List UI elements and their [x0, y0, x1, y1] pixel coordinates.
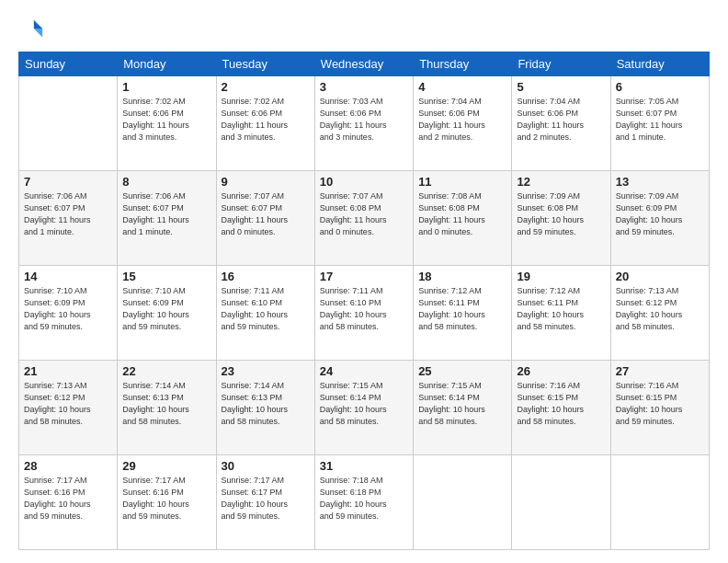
header: [18, 17, 710, 42]
day-info: Sunrise: 7:14 AM Sunset: 6:13 PM Dayligh…: [222, 380, 310, 428]
day-info: Sunrise: 7:10 AM Sunset: 6:09 PM Dayligh…: [24, 285, 112, 333]
day-info: Sunrise: 7:14 AM Sunset: 6:13 PM Dayligh…: [122, 380, 210, 428]
day-info: Sunrise: 7:07 AM Sunset: 6:07 PM Dayligh…: [222, 190, 310, 238]
calendar-cell: 5Sunrise: 7:04 AM Sunset: 6:06 PM Daylig…: [512, 76, 610, 171]
day-info: Sunrise: 7:07 AM Sunset: 6:08 PM Dayligh…: [320, 190, 408, 238]
calendar-cell: [610, 455, 709, 550]
calendar-cell: 21Sunrise: 7:13 AM Sunset: 6:12 PM Dayli…: [19, 361, 118, 455]
day-info: Sunrise: 7:13 AM Sunset: 6:12 PM Dayligh…: [616, 285, 704, 333]
calendar-week-3: 14Sunrise: 7:10 AM Sunset: 6:09 PM Dayli…: [19, 266, 710, 361]
weekday-header-wednesday: Wednesday: [314, 52, 413, 76]
day-number: 9: [222, 175, 310, 189]
calendar-cell: 31Sunrise: 7:18 AM Sunset: 6:18 PM Dayli…: [314, 455, 413, 550]
calendar-week-5: 28Sunrise: 7:17 AM Sunset: 6:16 PM Dayli…: [19, 455, 710, 550]
day-info: Sunrise: 7:06 AM Sunset: 6:07 PM Dayligh…: [122, 190, 210, 238]
day-number: 26: [517, 364, 605, 378]
calendar-table: SundayMondayTuesdayWednesdayThursdayFrid…: [18, 52, 710, 550]
day-info: Sunrise: 7:17 AM Sunset: 6:16 PM Dayligh…: [24, 475, 112, 523]
day-info: Sunrise: 7:09 AM Sunset: 6:08 PM Dayligh…: [517, 190, 605, 238]
calendar-cell: 28Sunrise: 7:17 AM Sunset: 6:16 PM Dayli…: [19, 455, 118, 550]
day-info: Sunrise: 7:03 AM Sunset: 6:06 PM Dayligh…: [320, 96, 408, 144]
calendar-cell: 16Sunrise: 7:11 AM Sunset: 6:10 PM Dayli…: [216, 266, 314, 361]
calendar-cell: 7Sunrise: 7:06 AM Sunset: 6:07 PM Daylig…: [19, 171, 118, 266]
day-info: Sunrise: 7:16 AM Sunset: 6:15 PM Dayligh…: [517, 380, 605, 428]
day-info: Sunrise: 7:05 AM Sunset: 6:07 PM Dayligh…: [616, 96, 704, 144]
day-number: 1: [122, 80, 210, 94]
calendar-cell: 25Sunrise: 7:15 AM Sunset: 6:14 PM Dayli…: [414, 361, 512, 455]
day-number: 7: [24, 175, 112, 189]
calendar-cell: 6Sunrise: 7:05 AM Sunset: 6:07 PM Daylig…: [610, 76, 709, 171]
calendar-cell: 15Sunrise: 7:10 AM Sunset: 6:09 PM Dayli…: [118, 266, 216, 361]
day-info: Sunrise: 7:11 AM Sunset: 6:10 PM Dayligh…: [320, 285, 408, 333]
day-number: 28: [24, 459, 112, 473]
day-number: 5: [517, 80, 605, 94]
day-number: 25: [418, 364, 506, 378]
day-number: 18: [418, 270, 506, 283]
svg-marker-1: [34, 29, 42, 37]
svg-marker-0: [34, 20, 42, 29]
calendar-cell: 27Sunrise: 7:16 AM Sunset: 6:15 PM Dayli…: [610, 361, 709, 455]
calendar-cell: 19Sunrise: 7:12 AM Sunset: 6:11 PM Dayli…: [512, 266, 610, 361]
calendar-cell: 11Sunrise: 7:08 AM Sunset: 6:08 PM Dayli…: [414, 171, 512, 266]
calendar-week-1: 1Sunrise: 7:02 AM Sunset: 6:06 PM Daylig…: [19, 76, 710, 171]
day-info: Sunrise: 7:10 AM Sunset: 6:09 PM Dayligh…: [122, 285, 210, 333]
day-number: 17: [320, 270, 408, 283]
day-info: Sunrise: 7:04 AM Sunset: 6:06 PM Dayligh…: [418, 96, 506, 144]
day-info: Sunrise: 7:15 AM Sunset: 6:14 PM Dayligh…: [418, 380, 506, 428]
calendar-cell: 23Sunrise: 7:14 AM Sunset: 6:13 PM Dayli…: [216, 361, 314, 455]
day-number: 12: [517, 175, 605, 189]
calendar-cell: 1Sunrise: 7:02 AM Sunset: 6:06 PM Daylig…: [118, 76, 216, 171]
calendar-cell: 17Sunrise: 7:11 AM Sunset: 6:10 PM Dayli…: [314, 266, 413, 361]
logo: [18, 17, 48, 42]
calendar-cell: [512, 455, 610, 550]
calendar-cell: 8Sunrise: 7:06 AM Sunset: 6:07 PM Daylig…: [118, 171, 216, 266]
day-number: 6: [616, 80, 704, 94]
day-number: 2: [222, 80, 310, 94]
calendar-week-2: 7Sunrise: 7:06 AM Sunset: 6:07 PM Daylig…: [19, 171, 710, 266]
day-number: 31: [320, 459, 408, 473]
day-info: Sunrise: 7:17 AM Sunset: 6:17 PM Dayligh…: [222, 475, 310, 523]
calendar-cell: 3Sunrise: 7:03 AM Sunset: 6:06 PM Daylig…: [314, 76, 413, 171]
calendar-cell: [414, 455, 512, 550]
calendar-cell: [19, 76, 118, 171]
calendar-cell: 18Sunrise: 7:12 AM Sunset: 6:11 PM Dayli…: [414, 266, 512, 361]
day-number: 22: [122, 364, 210, 378]
calendar-cell: 12Sunrise: 7:09 AM Sunset: 6:08 PM Dayli…: [512, 171, 610, 266]
calendar-cell: 20Sunrise: 7:13 AM Sunset: 6:12 PM Dayli…: [610, 266, 709, 361]
logo-icon: [18, 17, 44, 42]
day-number: 20: [616, 270, 704, 283]
day-info: Sunrise: 7:02 AM Sunset: 6:06 PM Dayligh…: [122, 96, 210, 144]
weekday-header-friday: Friday: [512, 52, 610, 76]
weekday-header-tuesday: Tuesday: [216, 52, 314, 76]
day-number: 4: [418, 80, 506, 94]
day-number: 29: [122, 459, 210, 473]
day-info: Sunrise: 7:17 AM Sunset: 6:16 PM Dayligh…: [122, 475, 210, 523]
day-info: Sunrise: 7:08 AM Sunset: 6:08 PM Dayligh…: [418, 190, 506, 238]
page: SundayMondayTuesdayWednesdayThursdayFrid…: [0, 0, 728, 563]
day-number: 11: [418, 175, 506, 189]
weekday-header-monday: Monday: [118, 52, 216, 76]
calendar-cell: 9Sunrise: 7:07 AM Sunset: 6:07 PM Daylig…: [216, 171, 314, 266]
day-number: 23: [222, 364, 310, 378]
day-number: 14: [24, 270, 112, 283]
day-number: 21: [24, 364, 112, 378]
weekday-header-row: SundayMondayTuesdayWednesdayThursdayFrid…: [19, 52, 710, 76]
calendar-cell: 24Sunrise: 7:15 AM Sunset: 6:14 PM Dayli…: [314, 361, 413, 455]
day-info: Sunrise: 7:12 AM Sunset: 6:11 PM Dayligh…: [418, 285, 506, 333]
day-number: 8: [122, 175, 210, 189]
day-number: 19: [517, 270, 605, 283]
weekday-header-sunday: Sunday: [19, 52, 118, 76]
day-number: 13: [616, 175, 704, 189]
calendar-cell: 14Sunrise: 7:10 AM Sunset: 6:09 PM Dayli…: [19, 266, 118, 361]
day-info: Sunrise: 7:09 AM Sunset: 6:09 PM Dayligh…: [616, 190, 704, 238]
calendar-cell: 13Sunrise: 7:09 AM Sunset: 6:09 PM Dayli…: [610, 171, 709, 266]
calendar-cell: 10Sunrise: 7:07 AM Sunset: 6:08 PM Dayli…: [314, 171, 413, 266]
weekday-header-thursday: Thursday: [414, 52, 512, 76]
calendar-cell: 29Sunrise: 7:17 AM Sunset: 6:16 PM Dayli…: [118, 455, 216, 550]
day-info: Sunrise: 7:11 AM Sunset: 6:10 PM Dayligh…: [222, 285, 310, 333]
calendar-cell: 2Sunrise: 7:02 AM Sunset: 6:06 PM Daylig…: [216, 76, 314, 171]
day-info: Sunrise: 7:02 AM Sunset: 6:06 PM Dayligh…: [222, 96, 310, 144]
day-number: 30: [222, 459, 310, 473]
day-number: 3: [320, 80, 408, 94]
calendar-cell: 4Sunrise: 7:04 AM Sunset: 6:06 PM Daylig…: [414, 76, 512, 171]
